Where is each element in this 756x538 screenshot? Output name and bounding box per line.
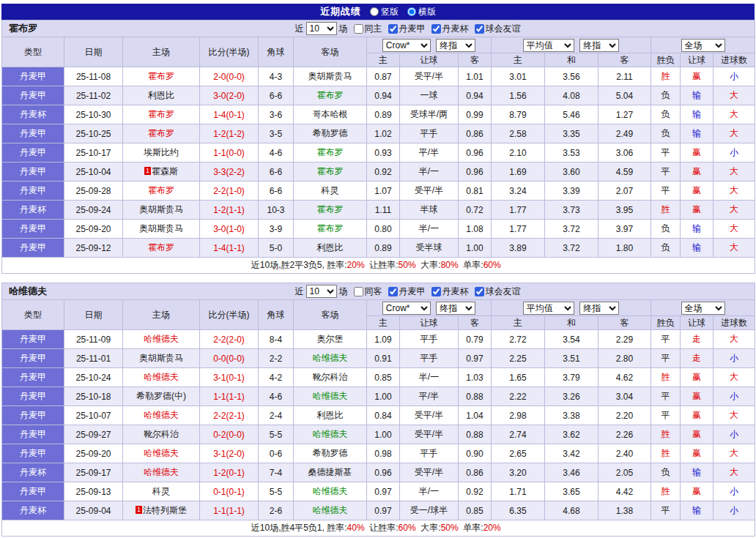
league-cell: 丹麦甲 [2,349,64,368]
match-row: 丹麦甲25-09-12霍布罗1-4(1-1)5-0利恩比0.89受半球1.003… [2,239,755,258]
home-team-cell: 希勒罗德(中) [123,387,200,406]
same-venue-checkbox[interactable] [354,24,363,34]
away-team-cell: 靴尔科治 [294,368,367,387]
match-rows: 丹麦甲25-11-09哈维德夫2-2(2-0)8-4奥尔堡1.09平手0.792… [2,330,755,520]
col-goals: 进球数 [714,53,755,67]
team-name: 霍布罗 [9,22,37,35]
odds-home-cell: 0.98 [367,444,400,463]
col-odds-away: 客 [459,316,492,330]
away-team-cell: 希勒罗德 [294,124,367,143]
col-corner: 角球 [259,37,294,67]
average-select[interactable]: 平均值 [523,302,574,315]
match-row: 丹麦甲25-11-09哈维德夫2-2(2-0)8-4奥尔堡1.09平手0.792… [2,330,755,349]
away-team-cell: 科灵 [294,182,367,201]
league-filter-checkbox[interactable] [388,287,398,296]
home-team-cell: 靴尔科治 [123,425,200,444]
average-final-select[interactable]: 终指 [579,39,619,52]
layout-option-vertical[interactable]: 竖版 [370,6,399,18]
goals-result-cell: 大 [714,368,755,387]
date-cell: 25-09-28 [64,182,123,201]
date-cell: 25-09-04 [64,501,123,520]
average-final-select[interactable]: 终指 [579,302,619,315]
goals-result-cell: 小 [714,482,755,501]
corner-cell: 5-5 [259,482,294,501]
scope-select[interactable]: 全场 [681,39,725,52]
goals-result-cell: 大 [714,220,755,239]
date-cell: 25-10-24 [64,368,123,387]
date-cell: 25-11-02 [64,86,123,105]
odds-away-cell: 0.97 [459,349,492,368]
result-cell: 平 [651,387,681,406]
avg-away-odds-cell: 2.26 [598,425,651,444]
score-cell: 0-1(0-1) [200,482,259,501]
handicap-result-cell: 输 [681,501,714,520]
match-row: 丹麦甲25-10-25霍布罗1-2(1-2)3-5希勒罗德1.02平手0.862… [2,124,755,143]
handicap-result-cell: 赢 [681,482,714,501]
score-cell: 3-1(0-1) [200,368,259,387]
away-team-cell: 霍布罗 [294,162,367,182]
friendly-filter-checkbox[interactable] [475,287,484,296]
avg-draw-odds-cell: 3.51 [545,349,598,368]
cup-filter-checkbox[interactable] [431,287,441,296]
odds-source-select[interactable]: Crow* [382,39,431,52]
league-cell: 丹麦杯 [2,463,64,482]
odds-final-select[interactable]: 终指 [436,302,475,315]
summary-row: 近10场,胜2平3负5, 胜率:20% 让胜率:50% 大率:80% 单率:60… [2,258,755,274]
corner-cell: 3-5 [259,124,294,143]
home-team-cell: 奥胡斯贵马 [123,201,200,220]
avg-draw-odds-cell: 3.60 [545,162,598,182]
score-cell: 2-2(2-0) [200,330,259,349]
odds-source-select[interactable]: Crow* [382,302,431,315]
match-row: 丹麦甲25-09-28霍布罗2-2(1-0)6-6科灵1.07受平/半0.813… [2,182,755,201]
result-cell: 负 [651,463,681,482]
date-cell: 25-09-17 [64,463,123,482]
avg-home-odds-cell: 8.79 [492,105,545,124]
recent-count-select[interactable]: 10 [306,285,337,298]
team-name: 哈维德夫 [9,285,47,298]
corner-cell: 10-3 [259,201,294,220]
column-header-row: 类型 日期 主场 比分(半场) 角球 客场 Crow* 终指 平均值 终指 全场 [2,300,755,316]
avg-away-odds-cell: 2.11 [598,67,651,86]
home-team-cell: 哈维德夫 [123,406,200,425]
col-avg-draw: 和 [545,53,598,67]
avg-home-odds-cell: 2.58 [492,124,545,143]
scope-select[interactable]: 全场 [681,302,725,315]
date-cell: 25-11-08 [64,67,123,86]
handicap-result-cell: 输 [681,86,714,105]
match-row: 丹麦甲25-11-01奥胡斯贵马0-0(0-0)2-2哈维德夫0.91平手0.9… [2,349,755,368]
date-cell: 25-09-20 [64,444,123,463]
average-select[interactable]: 平均值 [523,39,574,52]
recent-matches-table: 哈维德夫 近 10 场 同客 丹麦甲 丹麦杯 球会友谊 [1,283,755,537]
recent-count-select[interactable]: 10 [306,22,337,35]
match-row: 丹麦杯25-10-30霍布罗1-4(0-1)3-6哥本哈根0.89受球半/两0.… [2,105,755,124]
friendly-filter-checkbox[interactable] [475,24,484,34]
odds-final-select[interactable]: 终指 [436,39,475,52]
home-team-cell: 奥胡斯贵马 [123,349,200,368]
home-team-cell: 科灵 [123,482,200,501]
corner-cell: 4-6 [259,387,294,406]
cup-filter-checkbox[interactable] [431,24,441,34]
league-cell: 丹麦甲 [2,425,64,444]
col-odds-handicap: 让球 [400,316,459,330]
col-odds-away: 客 [459,53,492,67]
odds-away-cell: 0.90 [459,444,492,463]
odds-away-cell: 0.81 [459,182,492,201]
league-filter-checkbox[interactable] [388,24,398,34]
same-venue-checkbox[interactable] [354,287,363,296]
summary: 近10场,胜4平5负1, 胜率:40% 让胜率:60% 大率:50% 单率:20… [2,520,755,537]
result-cell: 胜 [651,444,681,463]
layout-radio-horizontal[interactable] [407,7,416,16]
odds-handicap-cell: 一球 [400,86,459,105]
layout-radio-vertical[interactable] [370,7,379,16]
match-row: 丹麦杯25-09-17哈维德夫1-2(0-1)7-4桑德捷斯基0.96受平/半0… [2,463,755,482]
layout-option-horizontal[interactable]: 横版 [407,6,436,18]
matches-label: 场 [339,285,348,298]
score-cell: 3-3(2-2) [200,162,259,182]
odds-handicap-cell: 平手 [400,124,459,143]
corner-cell: 4-3 [259,67,294,86]
handicap-result-cell: 赢 [681,368,714,387]
home-team-cell: 哈维德夫 [123,368,200,387]
avg-draw-odds-cell: 3.38 [545,406,598,425]
friendly-filter-label: 球会友谊 [486,285,521,298]
avg-away-odds-cell: 1.27 [598,105,651,124]
